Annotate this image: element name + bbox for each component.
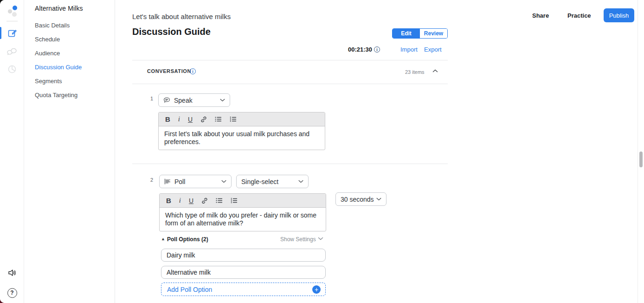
poll-icon — [164, 178, 171, 184]
chat-bubbles-icon — [7, 46, 17, 56]
rail-item-conversations[interactable] — [0, 45, 24, 58]
edit-review-toggle: Edit Review — [392, 28, 448, 39]
numbered-list-button[interactable] — [231, 198, 238, 204]
poll-subtype-value: Single-select — [241, 178, 298, 185]
link-button[interactable] — [201, 198, 208, 204]
poll-option-input[interactable] — [161, 266, 326, 279]
rail-item-help[interactable]: ? — [0, 286, 24, 299]
publish-button[interactable]: Publish — [604, 8, 634, 22]
sidebar-item-quota-targeting[interactable]: Quota Targeting — [35, 92, 115, 99]
study-subtitle: Let's talk about alternative milks — [132, 13, 231, 20]
italic-button[interactable]: i — [179, 197, 181, 204]
toggle-review[interactable]: Review — [420, 29, 447, 38]
item-number: 2 — [150, 177, 153, 183]
editor-toolbar: B i U — [159, 112, 325, 126]
scrollbar-thumb[interactable] — [639, 152, 643, 167]
add-poll-option-button[interactable]: Add Poll Option + — [161, 283, 326, 296]
duration-value: 30 seconds — [341, 196, 376, 203]
export-link[interactable]: Export — [424, 46, 442, 53]
project-title: Alternative Milks — [35, 5, 115, 12]
timer-info-icon[interactable]: i — [374, 46, 380, 53]
sidebar-item-segments[interactable]: Segments — [35, 78, 115, 85]
chevron-down-icon — [221, 180, 226, 183]
divider — [132, 164, 448, 164]
sidebar-item-discussion-guide[interactable]: Discussion Guide — [35, 64, 115, 71]
speaker-icon — [7, 268, 17, 277]
underline-button[interactable]: U — [189, 197, 193, 204]
item-number: 1 — [150, 96, 153, 101]
speak-text[interactable]: First let's talk about your usual milk p… — [159, 126, 325, 150]
bold-button[interactable]: B — [166, 197, 171, 204]
rich-text-editor: B i U Which type of milk do you prefer -… — [159, 193, 326, 231]
item-type-dropdown[interactable]: Poll — [159, 175, 232, 188]
sidebar-item-audience[interactable]: Audience — [35, 50, 115, 57]
share-button[interactable]: Share — [532, 12, 549, 19]
chevron-down-icon — [376, 198, 381, 201]
main-content: Let's talk about alternative milks Discu… — [115, 0, 644, 303]
divider — [132, 60, 448, 60]
collapse-triangle-icon[interactable]: ▲ — [161, 237, 165, 241]
icon-rail: ? — [0, 0, 24, 303]
app-logo-icon[interactable] — [6, 4, 19, 17]
sidebar: Alternative Milks Basic Details Schedule… — [24, 0, 115, 303]
item-type-value: Poll — [174, 178, 221, 185]
app-window: ? Alternative Milks Basic Details Schedu… — [0, 0, 644, 303]
bullet-list-button[interactable] — [215, 116, 222, 122]
poll-options-label[interactable]: Poll Options (2) — [167, 236, 208, 243]
poll-option-input[interactable] — [161, 249, 326, 262]
rail-divider — [6, 21, 18, 21]
items-count: 23 items — [405, 69, 425, 75]
bold-button[interactable]: B — [165, 115, 170, 123]
rail-item-compose[interactable] — [0, 26, 24, 40]
compose-icon — [7, 28, 17, 38]
chevron-up-icon[interactable] — [432, 69, 438, 72]
item-type-value: Speak — [174, 97, 220, 104]
scrollbar-track — [638, 0, 638, 303]
sidebar-item-basic-details[interactable]: Basic Details — [35, 22, 115, 29]
page-title: Discussion Guide — [132, 26, 211, 37]
rich-text-editor: B i U First let's talk about your usual … — [158, 112, 325, 150]
underline-button[interactable]: U — [188, 116, 193, 123]
italic-button[interactable]: i — [178, 115, 180, 123]
help-icon: ? — [7, 288, 17, 298]
import-link[interactable]: Import — [400, 46, 418, 53]
bullet-list-button[interactable] — [216, 198, 223, 204]
poll-question-text[interactable]: Which type of milk do you prefer - dairy… — [160, 208, 326, 231]
divider — [132, 84, 448, 84]
conversation-section-label: CONVERSATION — [147, 68, 191, 74]
rail-item-audio[interactable] — [0, 266, 24, 279]
add-poll-option-label: Add Poll Option — [167, 286, 312, 293]
chevron-down-icon — [298, 180, 303, 183]
chevron-down-icon[interactable] — [318, 237, 323, 240]
duration-dropdown[interactable]: 30 seconds — [335, 192, 386, 206]
item-type-dropdown[interactable]: Speak — [158, 93, 230, 107]
rail-item-analytics[interactable] — [0, 62, 24, 75]
conversation-info-icon[interactable]: i — [190, 68, 196, 74]
toggle-edit[interactable]: Edit — [393, 29, 420, 38]
duration-total: 00:21:30 — [348, 46, 372, 53]
editor-toolbar: B i U — [160, 194, 326, 208]
show-settings-label[interactable]: Show Settings — [280, 236, 316, 243]
pie-chart-icon — [7, 64, 17, 74]
numbered-list-button[interactable] — [230, 116, 237, 122]
chevron-down-icon — [220, 99, 225, 102]
plus-icon: + — [312, 285, 321, 294]
practice-button[interactable]: Practice — [567, 12, 591, 19]
speak-icon — [163, 97, 170, 103]
sidebar-item-schedule[interactable]: Schedule — [35, 36, 115, 43]
poll-subtype-dropdown[interactable]: Single-select — [236, 175, 309, 188]
link-button[interactable] — [200, 116, 207, 123]
